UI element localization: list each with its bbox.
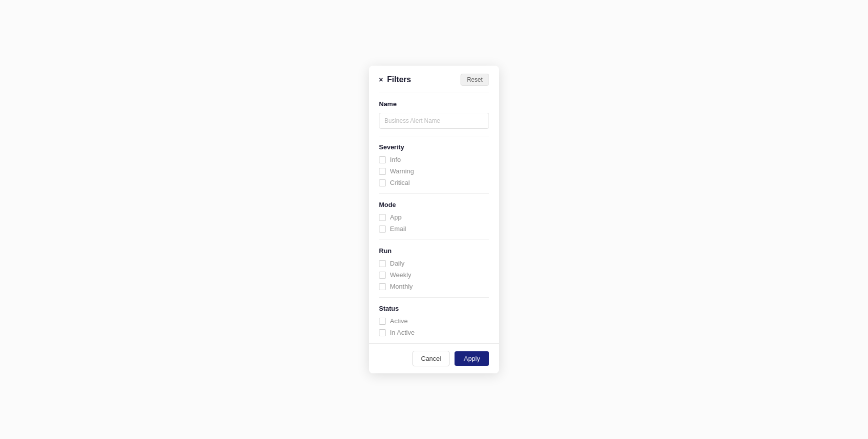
cancel-button[interactable]: Cancel [412,351,450,366]
apply-button[interactable]: Apply [455,351,489,366]
modal-header-left: × Filters [379,75,411,84]
status-checkbox-group: Active In Active [379,317,489,336]
mode-section-title: Mode [379,201,489,208]
modal-footer: Cancel Apply [369,343,499,373]
mode-app-item[interactable]: App [379,213,489,221]
status-active-checkbox[interactable] [379,318,386,325]
severity-info-item[interactable]: Info [379,156,489,163]
severity-critical-item[interactable]: Critical [379,179,489,186]
severity-section-title: Severity [379,143,489,151]
run-checkbox-group: Daily Weekly Monthly [379,260,489,290]
close-icon[interactable]: × [379,76,383,84]
severity-critical-checkbox[interactable] [379,179,386,186]
run-weekly-checkbox[interactable] [379,272,386,279]
name-section-title: Name [379,100,489,108]
mode-email-checkbox[interactable] [379,226,386,233]
mode-checkbox-group: App Email [379,213,489,233]
run-weekly-item[interactable]: Weekly [379,271,489,279]
mode-email-item[interactable]: Email [379,225,489,233]
status-active-label: Active [390,317,407,325]
run-weekly-label: Weekly [390,271,411,279]
run-section: Run Daily Weekly Monthly [369,240,499,297]
mode-app-checkbox[interactable] [379,214,386,221]
reset-button[interactable]: Reset [461,74,489,86]
status-section: Status Active In Active [369,298,499,343]
severity-section: Severity Info Warning Critical [369,136,499,193]
status-inactive-item[interactable]: In Active [379,329,489,336]
status-inactive-label: In Active [390,329,414,336]
status-section-title: Status [379,305,489,312]
severity-warning-label: Warning [390,167,414,175]
status-inactive-checkbox[interactable] [379,329,386,336]
mode-app-label: App [390,213,401,221]
severity-info-checkbox[interactable] [379,156,386,163]
run-monthly-checkbox[interactable] [379,283,386,290]
modal-header: × Filters Reset [369,66,499,93]
mode-section: Mode App Email [369,194,499,240]
run-daily-item[interactable]: Daily [379,260,489,267]
modal-title: Filters [387,75,411,84]
run-monthly-item[interactable]: Monthly [379,283,489,290]
run-daily-label: Daily [390,260,404,267]
mode-email-label: Email [390,225,406,233]
run-daily-checkbox[interactable] [379,260,386,267]
severity-critical-label: Critical [390,179,410,186]
severity-info-label: Info [390,156,401,163]
run-section-title: Run [379,247,489,255]
name-input[interactable] [379,113,489,129]
run-monthly-label: Monthly [390,283,413,290]
modal-overlay: × Filters Reset Name Severity Info Warni [0,0,868,439]
severity-warning-checkbox[interactable] [379,168,386,175]
severity-checkbox-group: Info Warning Critical [379,156,489,186]
status-active-item[interactable]: Active [379,317,489,325]
name-section: Name [369,93,499,136]
filters-modal: × Filters Reset Name Severity Info Warni [369,66,499,373]
severity-warning-item[interactable]: Warning [379,167,489,175]
